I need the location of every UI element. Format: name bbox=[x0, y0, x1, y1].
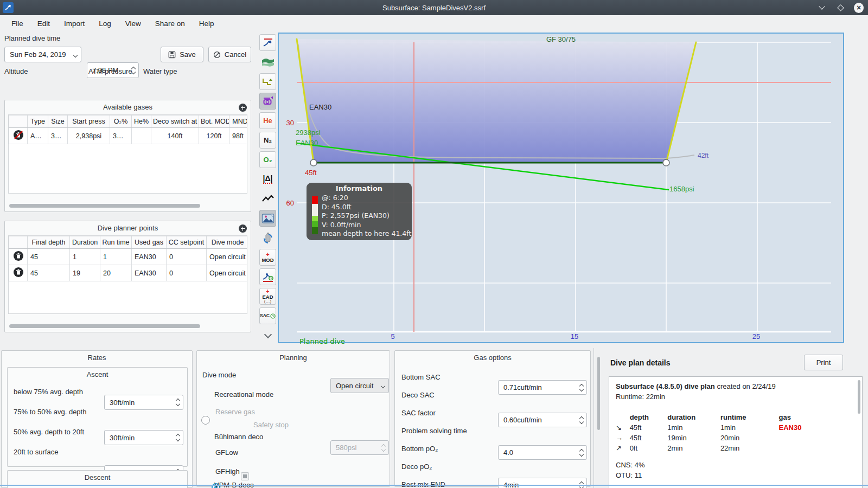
add-gas-icon[interactable] bbox=[239, 104, 247, 112]
gas-o2[interactable]: 3… bbox=[110, 128, 132, 144]
menu-share-on[interactable]: Share on bbox=[148, 17, 192, 30]
toolbar-calculated-ceiling-button[interactable] bbox=[259, 73, 276, 90]
dive-profile-chart[interactable]: GF 30/75 EAN30 30 60 2938psi EAN30 45ft … bbox=[278, 33, 844, 343]
planner-point-handle[interactable] bbox=[663, 159, 669, 166]
point-gas[interactable]: EAN30 bbox=[132, 249, 167, 265]
toolbar-po2-button[interactable]: O₂ bbox=[259, 151, 276, 168]
delete-gas-forbidden-icon[interactable] bbox=[13, 130, 24, 140]
toolbar-scroll-down-icon[interactable] bbox=[262, 332, 274, 339]
gas-type[interactable]: A… bbox=[28, 128, 48, 144]
toolbar-pn2-button[interactable]: N₂ bbox=[259, 132, 276, 149]
toolbar-heartrate-button[interactable] bbox=[259, 190, 276, 207]
gases-col-botmod[interactable]: Bot. MOD bbox=[199, 115, 229, 128]
gases-col-o2[interactable]: O₂% bbox=[110, 115, 132, 128]
point-duration[interactable]: 19 bbox=[70, 265, 100, 281]
toolbar-salinity-button[interactable] bbox=[259, 54, 276, 70]
point-gas[interactable]: EAN30 bbox=[132, 265, 167, 281]
point-setpoint[interactable]: 0 bbox=[167, 265, 207, 281]
dive-date-combobox[interactable]: Sun Feb 24, 2019 bbox=[4, 47, 81, 62]
menu-file[interactable]: File bbox=[4, 17, 30, 30]
gas-he[interactable] bbox=[132, 128, 151, 144]
planner-col-duration[interactable]: Duration bbox=[70, 236, 100, 249]
gases-col-size[interactable]: Size bbox=[48, 115, 68, 128]
gases-col-he[interactable]: He% bbox=[132, 115, 151, 128]
ascend-arrow-icon: ↗ bbox=[616, 443, 628, 453]
gas-mnd[interactable]: 98ft bbox=[229, 128, 248, 144]
spinner-arrows[interactable] bbox=[580, 417, 583, 423]
dive-planner-points-panel: Dive planner points Final depth Duration… bbox=[4, 221, 251, 332]
gases-horizontal-scrollbar[interactable] bbox=[9, 204, 200, 208]
sac-factor-spinbox[interactable]: 4.0 bbox=[498, 445, 587, 460]
point-divemode[interactable]: Open circuit bbox=[207, 249, 248, 265]
menu-help[interactable]: Help bbox=[192, 17, 221, 30]
dive-mode-value: Open circuit bbox=[336, 382, 373, 390]
settings-vertical-scrollbar[interactable] bbox=[597, 357, 600, 430]
gases-col-type[interactable]: Type bbox=[28, 115, 48, 128]
rate-spinbox-1[interactable]: 30ft/min bbox=[104, 395, 183, 410]
gases-col-decoswitch[interactable]: Deco switch at bbox=[151, 115, 199, 128]
toolbar-photos-button[interactable] bbox=[259, 210, 276, 227]
print-button[interactable]: Print bbox=[804, 355, 843, 370]
point-runtime[interactable]: 1 bbox=[100, 249, 132, 265]
point-depth[interactable]: 45 bbox=[28, 265, 70, 281]
add-planner-point-icon[interactable] bbox=[239, 224, 247, 233]
dive-mode-combobox[interactable]: Open circuit bbox=[330, 378, 389, 393]
planner-col-setpoint[interactable]: CC setpoint bbox=[167, 236, 207, 249]
toolbar-deco-time-button[interactable] bbox=[259, 268, 276, 285]
toolbar-setpoint-button[interactable] bbox=[259, 93, 276, 110]
point-depth[interactable]: 45 bbox=[28, 249, 70, 265]
planner-col-runtime[interactable]: Run time bbox=[100, 236, 132, 249]
problem-time-spinbox[interactable]: 4min bbox=[498, 478, 587, 488]
gas-deco-switch[interactable]: 140ft bbox=[151, 128, 199, 144]
planner-horizontal-scrollbar[interactable] bbox=[9, 324, 200, 328]
minimize-icon[interactable] bbox=[817, 3, 827, 12]
reserve-gas-value: 580psi bbox=[336, 444, 356, 452]
point-divemode[interactable]: Open circuit bbox=[207, 265, 248, 281]
titlebar[interactable]: Subsurface: SampleDivesV2.ssrf × bbox=[0, 0, 868, 15]
point-runtime[interactable]: 20 bbox=[100, 265, 132, 281]
recreational-mode-radio[interactable] bbox=[201, 416, 210, 425]
planner-col-divemode[interactable]: Dive mode bbox=[207, 236, 248, 249]
cancel-button[interactable]: Cancel bbox=[208, 47, 251, 62]
toolbar-pheatmap-he-button[interactable]: He bbox=[259, 112, 276, 129]
point-duration[interactable]: 1 bbox=[70, 249, 100, 265]
gas-bot-mod[interactable]: 120ft bbox=[199, 128, 229, 144]
plan-text-scrollbar[interactable] bbox=[858, 380, 860, 414]
menu-log[interactable]: Log bbox=[92, 17, 118, 30]
planner-point-handle[interactable] bbox=[310, 159, 317, 166]
toolbar-dive-ceiling-button[interactable] bbox=[259, 34, 276, 51]
rate-spinbox-2[interactable]: 30ft/min bbox=[104, 430, 183, 445]
gas-size[interactable]: 3… bbox=[48, 128, 68, 144]
maximize-icon[interactable] bbox=[835, 3, 845, 12]
deco-sac-spinbox[interactable]: 0.60cuft/min bbox=[498, 413, 587, 427]
toolbar-tissue-button[interactable]: |Δ| bbox=[259, 171, 276, 188]
menu-edit[interactable]: Edit bbox=[30, 17, 57, 30]
panel-splitter[interactable] bbox=[593, 348, 594, 488]
bottom-sac-spinbox[interactable]: 0.71cuft/min bbox=[498, 380, 587, 395]
dive-plan-text[interactable]: Subsurface (4.8.5.0) dive plan created o… bbox=[609, 376, 863, 488]
delete-point-icon[interactable] bbox=[13, 251, 24, 261]
table-row[interactable]: 45 19 20 EAN30 0 Open circuit bbox=[9, 265, 248, 281]
point-setpoint[interactable]: 0 bbox=[167, 249, 207, 265]
planner-col-gas[interactable]: Used gas bbox=[132, 236, 167, 249]
delete-point-icon[interactable] bbox=[13, 267, 24, 278]
spinner-arrows[interactable] bbox=[580, 450, 583, 456]
save-button[interactable]: Save bbox=[161, 47, 203, 62]
spinner-arrows[interactable] bbox=[132, 67, 135, 74]
toolbar-ead-button[interactable]: + EAD (…) bbox=[259, 288, 276, 305]
spinner-arrows[interactable] bbox=[176, 399, 180, 406]
gas-start-press[interactable]: 2,938psi bbox=[68, 128, 110, 144]
toolbar-sac-button[interactable]: SAC bbox=[259, 307, 276, 324]
gases-col-startpress[interactable]: Start press bbox=[68, 115, 110, 128]
table-row[interactable]: 45 1 1 EAN30 0 Open circuit bbox=[9, 249, 248, 265]
planner-col-depth[interactable]: Final depth bbox=[28, 236, 70, 249]
toolbar-tankbar-button[interactable] bbox=[259, 229, 276, 246]
spinner-arrows[interactable] bbox=[580, 384, 583, 391]
gases-col-mnd[interactable]: MND bbox=[229, 115, 248, 128]
table-row[interactable]: A… 3… 2,938psi 3… 140ft 120ft 98ft bbox=[9, 128, 248, 144]
close-icon[interactable]: × bbox=[854, 3, 864, 12]
menu-import[interactable]: Import bbox=[57, 17, 92, 30]
toolbar-mod-button[interactable]: + MOD bbox=[259, 249, 276, 266]
spinner-arrows[interactable] bbox=[176, 434, 180, 441]
menu-view[interactable]: View bbox=[118, 17, 148, 30]
